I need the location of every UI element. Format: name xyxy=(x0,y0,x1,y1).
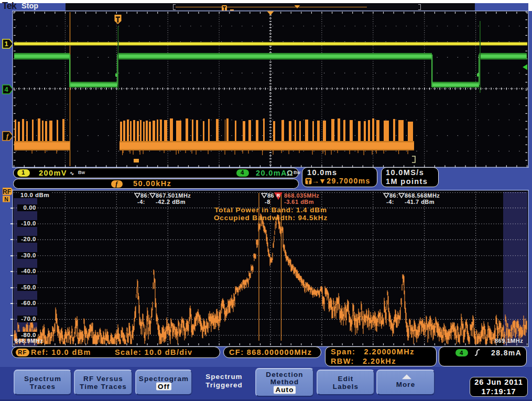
svg-text:1: 1 xyxy=(4,40,8,48)
svg-text:RF: RF xyxy=(3,188,11,196)
svg-text:N: N xyxy=(4,196,8,202)
svg-text:R: R xyxy=(277,193,280,198)
svg-text:4: 4 xyxy=(4,85,8,93)
